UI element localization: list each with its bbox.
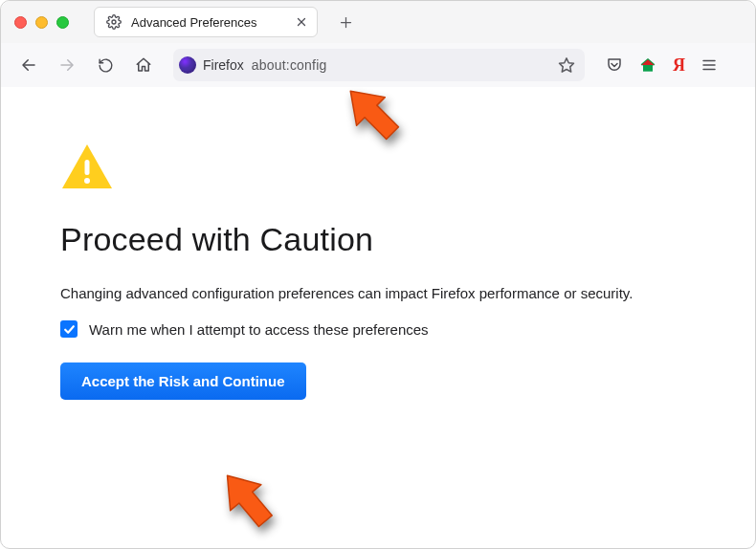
firefox-icon — [179, 56, 196, 74]
maximize-window-button[interactable] — [56, 16, 69, 29]
home-extension-button[interactable] — [638, 55, 657, 75]
identity-label: Firefox — [203, 57, 244, 73]
toolbar-right-icons: Я — [606, 55, 718, 76]
annotation-arrow-button — [215, 464, 282, 538]
identity-badge[interactable]: Firefox — [179, 56, 244, 74]
page-description: Changing advanced configuration preferen… — [60, 285, 696, 301]
home-button[interactable] — [129, 51, 158, 79]
url-bar[interactable]: Firefox about:config — [173, 49, 585, 81]
window-controls — [14, 16, 69, 29]
warn-checkbox-row: Warn me when I attempt to access these p… — [60, 320, 696, 338]
close-window-button[interactable] — [14, 16, 27, 29]
reload-button[interactable] — [91, 51, 120, 79]
url-text: about:config — [252, 57, 327, 73]
page-heading: Proceed with Caution — [60, 221, 696, 258]
svg-rect-8 — [643, 65, 653, 72]
warn-checkbox[interactable] — [60, 320, 78, 338]
minimize-window-button[interactable] — [35, 16, 48, 29]
svg-point-0 — [112, 20, 116, 24]
browser-window: Advanced Preferences Firefox about — [0, 0, 756, 549]
new-tab-button[interactable] — [339, 15, 353, 30]
pocket-button[interactable] — [606, 56, 623, 74]
yandex-button[interactable]: Я — [673, 55, 685, 76]
gear-icon — [106, 14, 122, 30]
svg-marker-7 — [560, 58, 574, 72]
annotation-arrow-url — [341, 77, 408, 152]
warn-checkbox-label: Warn me when I attempt to access these p… — [89, 321, 429, 338]
accept-risk-button[interactable]: Accept the Risk and Continue — [60, 362, 306, 400]
svg-rect-12 — [85, 160, 90, 175]
forward-button[interactable] — [53, 51, 81, 79]
back-button[interactable] — [14, 51, 43, 79]
titlebar: Advanced Preferences — [1, 1, 755, 43]
tab-title: Advanced Preferences — [131, 15, 286, 30]
browser-tab[interactable]: Advanced Preferences — [94, 7, 318, 37]
app-menu-button[interactable] — [700, 56, 718, 74]
svg-point-13 — [84, 178, 90, 184]
tab-close-button[interactable] — [296, 16, 307, 28]
bookmark-star-button[interactable] — [558, 56, 575, 74]
